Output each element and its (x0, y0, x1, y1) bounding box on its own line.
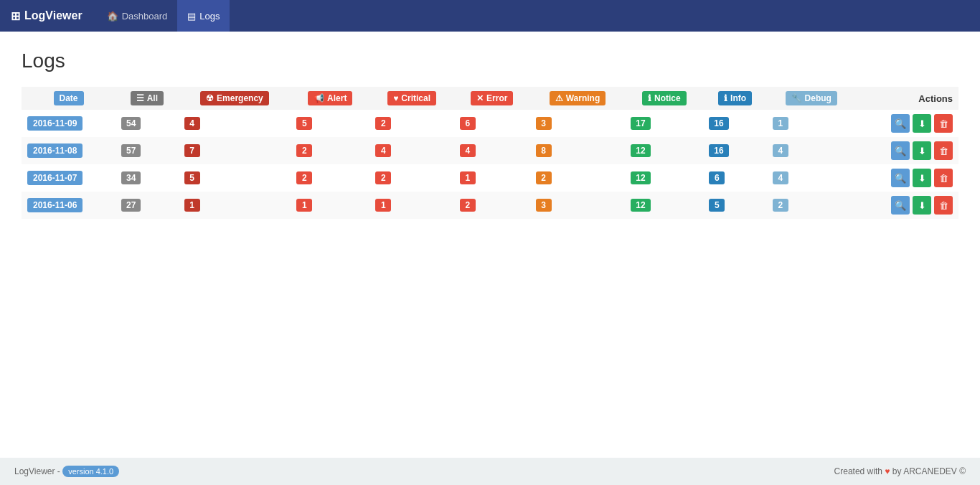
count-info[interactable]: 5 (709, 199, 725, 212)
delete-button[interactable]: 🗑 (934, 114, 953, 133)
brand-logo[interactable]: ⊞ LogViewer (11, 9, 83, 23)
date-badge[interactable]: 2016-11-08 (27, 143, 83, 158)
count-emergency[interactable]: 7 (184, 144, 200, 157)
count-alert[interactable]: 2 (296, 171, 312, 184)
count-alert[interactable]: 5 (296, 117, 312, 130)
emergency-icon: ☢ (206, 93, 214, 103)
count-alert[interactable]: 2 (296, 144, 312, 157)
cell-critical: 1 (369, 192, 454, 219)
count-warning[interactable]: 2 (536, 171, 552, 184)
cell-emergency: 5 (179, 164, 291, 192)
error-icon: ✕ (476, 93, 484, 103)
col-date: Date (22, 87, 116, 110)
count-notice[interactable]: 17 (631, 117, 650, 130)
download-button[interactable]: ⬇ (913, 196, 931, 215)
alert-icon: 📢 (314, 93, 324, 103)
count-error[interactable]: 1 (460, 171, 476, 184)
delete-button[interactable]: 🗑 (934, 141, 953, 160)
cell-debug: 1 (767, 110, 856, 137)
emergency-header-badge[interactable]: ☢ Emergency (200, 91, 269, 105)
cell-emergency: 1 (179, 192, 291, 219)
cell-date: 2016-11-06 (22, 192, 116, 219)
cell-all: 27 (116, 192, 178, 219)
count-all[interactable]: 34 (121, 171, 141, 184)
count-debug[interactable]: 4 (773, 171, 788, 184)
count-error[interactable]: 6 (460, 117, 476, 130)
date-header-badge[interactable]: Date (54, 91, 84, 105)
count-error[interactable]: 4 (460, 144, 476, 157)
nav-dashboard[interactable]: 🏠 Dashboard (97, 0, 178, 32)
logs-icon: ▤ (187, 11, 196, 22)
date-badge[interactable]: 2016-11-07 (27, 171, 83, 185)
table-row: 2016-11-08 57 7 2 4 4 8 12 (22, 137, 958, 164)
search-button[interactable]: 🔍 (891, 196, 910, 215)
count-info[interactable]: 16 (709, 117, 728, 130)
cell-warning: 2 (530, 164, 626, 192)
critical-header-badge[interactable]: ♥ Critical (387, 91, 436, 105)
count-info[interactable]: 16 (709, 144, 728, 157)
search-button[interactable]: 🔍 (891, 114, 910, 133)
cell-notice: 12 (625, 164, 703, 192)
count-debug[interactable]: 1 (773, 117, 788, 130)
date-badge[interactable]: 2016-11-09 (27, 116, 83, 131)
col-actions: Actions (856, 87, 958, 110)
cell-error: 6 (454, 110, 530, 137)
cell-emergency: 4 (179, 110, 291, 137)
count-warning[interactable]: 3 (536, 199, 552, 212)
count-critical[interactable]: 2 (375, 171, 391, 184)
date-badge[interactable]: 2016-11-06 (27, 198, 83, 212)
debug-header-badge[interactable]: 🔧 Debug (786, 91, 837, 105)
count-warning[interactable]: 8 (536, 144, 552, 157)
error-header-badge[interactable]: ✕ Error (471, 91, 513, 105)
count-all[interactable]: 54 (121, 117, 141, 130)
action-buttons: 🔍 ⬇ 🗑 (862, 196, 953, 215)
nav-logs-label: Logs (199, 11, 220, 22)
col-warning: ⚠ Warning (530, 87, 626, 110)
count-critical[interactable]: 4 (375, 144, 391, 157)
count-notice[interactable]: 12 (631, 199, 650, 212)
col-notice: ℹ Notice (625, 87, 703, 110)
count-debug[interactable]: 2 (773, 199, 788, 212)
warning-icon: ⚠ (555, 93, 563, 103)
warning-header-badge[interactable]: ⚠ Warning (550, 91, 606, 105)
cell-all: 34 (116, 164, 178, 192)
cell-all: 57 (116, 137, 178, 164)
count-notice[interactable]: 12 (631, 171, 650, 184)
download-button[interactable]: ⬇ (913, 169, 931, 187)
alert-header-badge[interactable]: 📢 Alert (308, 91, 352, 105)
count-emergency[interactable]: 4 (184, 117, 200, 130)
count-all[interactable]: 27 (121, 199, 141, 212)
count-info[interactable]: 6 (709, 171, 725, 184)
debug-icon: 🔧 (791, 93, 802, 103)
delete-button[interactable]: 🗑 (934, 169, 953, 187)
count-all[interactable]: 57 (121, 144, 141, 157)
cell-notice: 12 (625, 192, 703, 219)
nav-menu: 🏠 Dashboard ▤ Logs (97, 0, 230, 32)
download-button[interactable]: ⬇ (913, 141, 931, 160)
search-button[interactable]: 🔍 (891, 169, 910, 187)
delete-button[interactable]: 🗑 (934, 196, 953, 215)
cell-debug: 4 (767, 164, 856, 192)
notice-header-badge[interactable]: ℹ Notice (642, 91, 687, 105)
count-emergency[interactable]: 1 (184, 199, 200, 212)
count-emergency[interactable]: 5 (184, 171, 200, 184)
count-debug[interactable]: 4 (773, 144, 788, 157)
search-button[interactable]: 🔍 (891, 141, 910, 160)
cell-debug: 4 (767, 137, 856, 164)
info-header-badge[interactable]: ℹ Info (718, 91, 752, 105)
cell-date: 2016-11-07 (22, 164, 116, 192)
count-notice[interactable]: 12 (631, 144, 650, 157)
count-alert[interactable]: 1 (296, 199, 312, 212)
col-critical: ♥ Critical (369, 87, 454, 110)
brand-icon: ⊞ (11, 9, 20, 23)
download-button[interactable]: ⬇ (913, 114, 931, 133)
all-icon: ☰ (136, 93, 144, 103)
count-warning[interactable]: 3 (536, 117, 552, 130)
page-title: Logs (22, 50, 958, 72)
count-critical[interactable]: 2 (375, 117, 391, 130)
count-critical[interactable]: 1 (375, 199, 391, 212)
nav-logs[interactable]: ▤ Logs (177, 0, 230, 32)
col-emergency: ☢ Emergency (179, 87, 291, 110)
all-header-badge[interactable]: ☰ All (131, 91, 164, 105)
count-error[interactable]: 2 (460, 199, 476, 212)
